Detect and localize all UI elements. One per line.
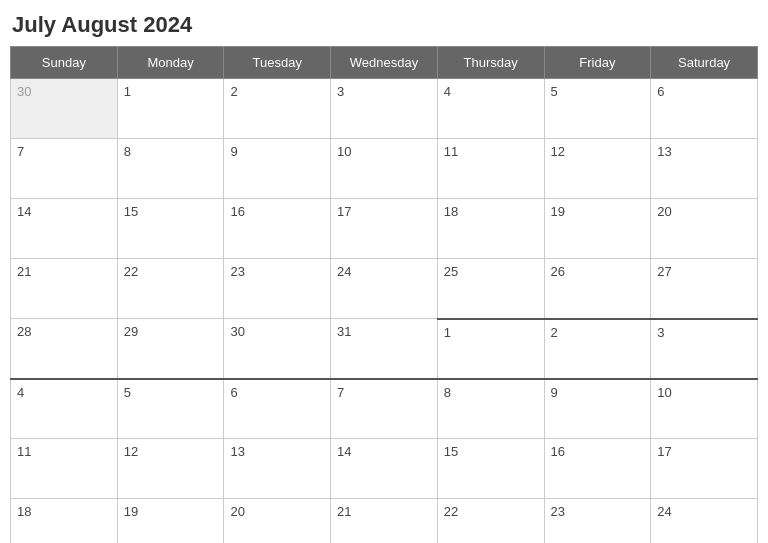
calendar-day: 14 — [11, 199, 118, 259]
calendar-day: 13 — [651, 139, 758, 199]
calendar-day: 5 — [117, 379, 224, 439]
calendar-day: 10 — [331, 139, 438, 199]
calendar-day: 14 — [331, 439, 438, 499]
header-cell: Saturday — [651, 47, 758, 79]
calendar-day: 19 — [117, 499, 224, 544]
calendar-day: 6 — [651, 79, 758, 139]
calendar-day: 31 — [331, 319, 438, 379]
calendar-day: 15 — [437, 439, 544, 499]
calendar-day: 2 — [224, 79, 331, 139]
calendar-day: 7 — [11, 139, 118, 199]
calendar-day: 5 — [544, 79, 651, 139]
calendar-day: 9 — [224, 139, 331, 199]
calendar-day: 9 — [544, 379, 651, 439]
calendar-day: 20 — [224, 499, 331, 544]
calendar-day: 3 — [331, 79, 438, 139]
calendar-week-row: 11121314151617 — [11, 439, 758, 499]
calendar-week-row: 21222324252627 — [11, 259, 758, 319]
header-row: SundayMondayTuesdayWednesdayThursdayFrid… — [11, 47, 758, 79]
calendar-day: 1 — [437, 319, 544, 379]
calendar-body: 3012345678910111213141516171819202122232… — [11, 79, 758, 544]
calendar-day: 27 — [651, 259, 758, 319]
calendar-day: 18 — [437, 199, 544, 259]
calendar-day: 3 — [651, 319, 758, 379]
calendar-day: 16 — [224, 199, 331, 259]
calendar-day: 7 — [331, 379, 438, 439]
calendar-header: SundayMondayTuesdayWednesdayThursdayFrid… — [11, 47, 758, 79]
calendar-day: 11 — [437, 139, 544, 199]
calendar-day: 11 — [11, 439, 118, 499]
calendar-day: 19 — [544, 199, 651, 259]
calendar-week-row: 30123456 — [11, 79, 758, 139]
calendar-day: 22 — [437, 499, 544, 544]
calendar-day: 24 — [331, 259, 438, 319]
calendar-day: 18 — [11, 499, 118, 544]
calendar-day: 12 — [544, 139, 651, 199]
calendar-day: 17 — [651, 439, 758, 499]
calendar-week-row: 78910111213 — [11, 139, 758, 199]
calendar-day: 2 — [544, 319, 651, 379]
calendar-day: 30 — [224, 319, 331, 379]
calendar-day: 28 — [11, 319, 118, 379]
calendar-day: 12 — [117, 439, 224, 499]
calendar-day: 4 — [437, 79, 544, 139]
calendar-day: 21 — [331, 499, 438, 544]
header-cell: Thursday — [437, 47, 544, 79]
header-cell: Tuesday — [224, 47, 331, 79]
calendar-day: 4 — [11, 379, 118, 439]
calendar-day: 22 — [117, 259, 224, 319]
calendar-day: 30 — [11, 79, 118, 139]
calendar-week-row: 28293031123 — [11, 319, 758, 379]
calendar-week-row: 18192021222324 — [11, 499, 758, 544]
calendar-day: 26 — [544, 259, 651, 319]
calendar-day: 21 — [11, 259, 118, 319]
calendar-day: 8 — [117, 139, 224, 199]
header-cell: Friday — [544, 47, 651, 79]
calendar-day: 10 — [651, 379, 758, 439]
calendar-table: SundayMondayTuesdayWednesdayThursdayFrid… — [10, 46, 758, 543]
calendar-day: 15 — [117, 199, 224, 259]
calendar-title: July August 2024 — [10, 12, 758, 38]
calendar-day: 6 — [224, 379, 331, 439]
calendar-day: 24 — [651, 499, 758, 544]
calendar-day: 29 — [117, 319, 224, 379]
calendar-day: 13 — [224, 439, 331, 499]
calendar-day: 23 — [224, 259, 331, 319]
calendar-day: 8 — [437, 379, 544, 439]
calendar-day: 20 — [651, 199, 758, 259]
calendar-day: 17 — [331, 199, 438, 259]
calendar-day: 25 — [437, 259, 544, 319]
header-cell: Monday — [117, 47, 224, 79]
calendar-container: July August 2024 SundayMondayTuesdayWedn… — [10, 12, 758, 543]
calendar-day: 23 — [544, 499, 651, 544]
calendar-week-row: 45678910 — [11, 379, 758, 439]
header-cell: Wednesday — [331, 47, 438, 79]
calendar-week-row: 14151617181920 — [11, 199, 758, 259]
header-cell: Sunday — [11, 47, 118, 79]
calendar-day: 16 — [544, 439, 651, 499]
calendar-day: 1 — [117, 79, 224, 139]
